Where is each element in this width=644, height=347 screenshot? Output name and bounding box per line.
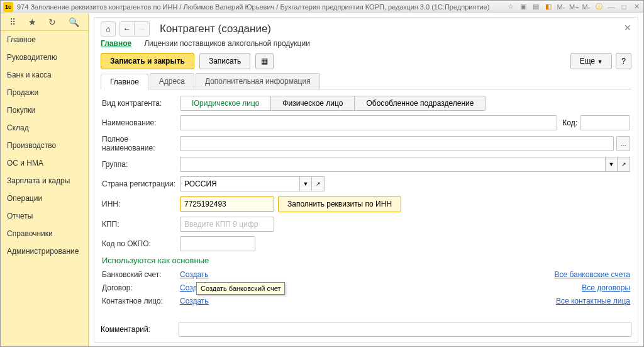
- subnav-main[interactable]: Главное: [101, 39, 131, 48]
- open-icon[interactable]: ↗: [618, 157, 630, 172]
- contract-all-link[interactable]: Все договоры: [582, 283, 630, 292]
- toolbar-m[interactable]: М-: [557, 3, 565, 11]
- okpo-label: Код по ОКПО:: [102, 239, 180, 248]
- contract-label: Договор:: [102, 283, 180, 292]
- kpp-input[interactable]: [180, 217, 274, 232]
- star-icon[interactable]: ★: [28, 17, 36, 27]
- window-title: 974 Заполнение реквизитов контрагентов п…: [17, 3, 506, 11]
- tab-addresses[interactable]: Адреса: [150, 73, 194, 89]
- subnav-licenses[interactable]: Лицензии поставщиков алкогольной продукц…: [144, 39, 310, 48]
- toolbar-icon[interactable]: ▤: [531, 3, 540, 11]
- expand-icon[interactable]: …: [616, 136, 630, 151]
- history-icon[interactable]: ↻: [48, 17, 56, 27]
- country-label: Страна регистрации:: [102, 179, 180, 188]
- okpo-input[interactable]: [180, 236, 255, 251]
- grid-icon[interactable]: ⠿: [9, 17, 16, 27]
- type-individual[interactable]: Физическое лицо: [271, 96, 355, 111]
- fullname-input[interactable]: [180, 136, 614, 151]
- fullname-label: Полное наименование:: [102, 135, 180, 152]
- bank-all-link[interactable]: Все банковские счета: [554, 270, 630, 279]
- tab-additional[interactable]: Дополнительная информация: [196, 73, 320, 89]
- contact-label: Контактное лицо:: [102, 297, 180, 305]
- bank-label: Банковский счет:: [102, 270, 180, 279]
- contract-create-link[interactable]: Созд: [180, 283, 197, 292]
- sidebar-item[interactable]: Справочники: [1, 225, 88, 242]
- sidebar-item[interactable]: Администрирование: [1, 242, 88, 260]
- comment-label: Комментарий:: [101, 325, 179, 334]
- info-icon[interactable]: ⓘ: [594, 2, 603, 11]
- kpp-label: КПП:: [102, 220, 180, 229]
- more-button[interactable]: Еще ▼: [570, 53, 613, 69]
- sidebar-item[interactable]: Банк и касса: [1, 66, 88, 84]
- fill-by-inn-button[interactable]: Заполнить реквизиты по ИНН: [278, 196, 401, 212]
- sidebar-item[interactable]: Зарплата и кадры: [1, 172, 88, 190]
- type-label: Вид контрагента:: [102, 99, 180, 108]
- sidebar-item[interactable]: Производство: [1, 137, 88, 154]
- code-label: Код:: [562, 118, 577, 127]
- content-panel: ✕ ⌂ ← → Контрагент (создание) Главное Ли…: [94, 17, 638, 343]
- comment-input[interactable]: [179, 322, 631, 337]
- sidebar-item[interactable]: ОС и НМА: [1, 154, 88, 172]
- back-button[interactable]: ←: [119, 21, 135, 37]
- panel-title: Контрагент (создание): [160, 23, 271, 35]
- name-label: Наименование:: [102, 118, 180, 127]
- sidebar-item[interactable]: Склад: [1, 119, 88, 137]
- sidebar: ⠿ ★ ↻ 🔍 Главное Руководителю Банк и касс…: [1, 13, 89, 346]
- code-input[interactable]: [580, 115, 630, 130]
- toolbar-icon[interactable]: ◧: [544, 3, 553, 11]
- toolbar-icon[interactable]: ☆: [506, 3, 515, 11]
- toolbar-m[interactable]: М+: [569, 3, 578, 11]
- panel-close-icon[interactable]: ✕: [624, 23, 631, 33]
- inn-label: ИНН:: [102, 200, 180, 208]
- save-button[interactable]: Записать: [199, 53, 250, 69]
- titlebar: 1c 974 Заполнение реквизитов контрагенто…: [1, 1, 643, 13]
- app-logo: 1c: [3, 2, 13, 12]
- chevron-down-icon[interactable]: ▼: [605, 157, 618, 172]
- inn-input[interactable]: [180, 196, 274, 212]
- close-icon[interactable]: ✕: [632, 3, 641, 11]
- contact-all-link[interactable]: Все контактные лица: [556, 297, 630, 305]
- sidebar-item[interactable]: Отчеты: [1, 207, 88, 225]
- name-input[interactable]: [180, 115, 557, 130]
- open-icon[interactable]: ↗: [312, 176, 325, 191]
- toolbar-icon[interactable]: ▣: [519, 3, 528, 11]
- contact-create-link[interactable]: Создать: [180, 297, 209, 305]
- group-label: Группа:: [102, 160, 180, 169]
- type-legal[interactable]: Юридическое лицо: [180, 96, 271, 111]
- sidebar-item[interactable]: Главное: [1, 31, 88, 48]
- bank-create-link[interactable]: Создать: [180, 270, 209, 279]
- chevron-down-icon[interactable]: ▼: [299, 176, 312, 191]
- type-branch[interactable]: Обособленное подразделение: [355, 96, 486, 111]
- minimize-icon[interactable]: —: [607, 3, 616, 11]
- sidebar-item[interactable]: Руководителю: [1, 48, 88, 66]
- sidebar-item[interactable]: Продажи: [1, 84, 88, 101]
- maximize-icon[interactable]: □: [619, 3, 628, 11]
- help-button[interactable]: ?: [616, 53, 631, 69]
- home-button[interactable]: ⌂: [101, 21, 116, 37]
- save-close-button[interactable]: Записать и закрыть: [101, 53, 194, 69]
- defaults-section: Используются как основные: [102, 256, 630, 265]
- group-input[interactable]: [180, 157, 605, 172]
- attach-button[interactable]: ▦: [255, 53, 274, 69]
- tab-main[interactable]: Главное: [101, 74, 148, 89]
- search-icon[interactable]: 🔍: [69, 17, 79, 27]
- sidebar-item[interactable]: Покупки: [1, 101, 88, 119]
- tooltip: Создать банковский счет: [196, 282, 285, 295]
- toolbar-m[interactable]: М-: [582, 3, 591, 11]
- sidebar-item[interactable]: Операции: [1, 190, 88, 207]
- forward-button[interactable]: →: [135, 21, 150, 37]
- country-input[interactable]: [180, 176, 299, 191]
- chevron-down-icon: ▼: [597, 59, 602, 65]
